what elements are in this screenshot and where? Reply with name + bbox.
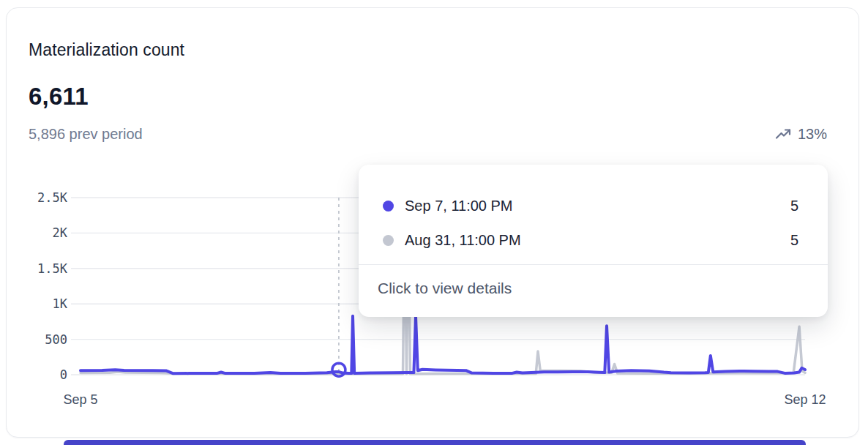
x-axis-tick-label: Sep 5	[63, 392, 97, 408]
tooltip-divider	[359, 264, 828, 265]
x-axis-tick-label: Sep 12	[784, 392, 826, 408]
tooltip-value: 5	[790, 232, 798, 249]
previous-series-dot-icon	[383, 235, 394, 246]
tooltip-date-label: Aug 31, 11:00 PM	[405, 232, 790, 249]
tooltip-row-current: Sep 7, 11:00 PM 5	[383, 189, 798, 223]
tooltip-row-previous: Aug 31, 11:00 PM 5	[383, 223, 798, 258]
tooltip-footer-link[interactable]: Click to view details	[378, 280, 512, 297]
current-series-dot-icon	[383, 201, 394, 212]
tooltip-rows: Sep 7, 11:00 PM 5 Aug 31, 11:00 PM 5	[383, 189, 798, 258]
tooltip-value: 5	[790, 198, 798, 214]
chart-tooltip[interactable]: Sep 7, 11:00 PM 5 Aug 31, 11:00 PM 5 Cli…	[359, 165, 828, 317]
tooltip-date-label: Sep 7, 11:00 PM	[405, 198, 790, 214]
